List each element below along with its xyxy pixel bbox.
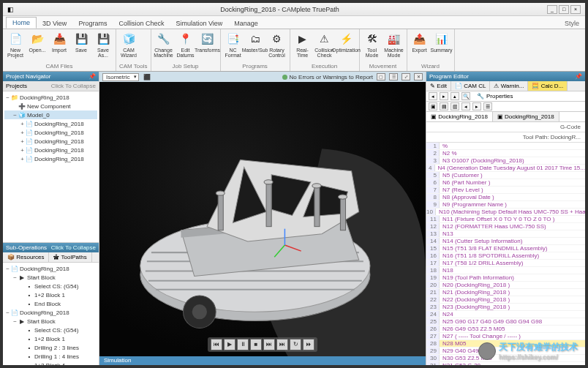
ed-btn-next[interactable]: ▸: [440, 92, 448, 100]
tree-node[interactable]: +📄DockingRing_2018: [4, 119, 97, 128]
tree-node[interactable]: •Select CS: (G54): [4, 326, 97, 334]
playback-step[interactable]: ⏭: [263, 339, 275, 350]
playback-end[interactable]: ⏭: [276, 339, 288, 350]
subops-tab-toolpaths[interactable]: 🛣 ToolPaths: [49, 252, 91, 262]
ribbon-transforms[interactable]: 🔄Transforms: [198, 31, 217, 62]
ed-btn-find[interactable]: 🔍: [461, 92, 470, 100]
ribbon-change-machine[interactable]: 🔧Change Machine: [154, 31, 173, 62]
ribbon-tool-mode[interactable]: 🛠Tool Mode: [363, 31, 382, 62]
code-line[interactable]: 10N10 (Machining Setup Default Haas UMC-…: [426, 209, 585, 216]
ribbon-tab-3d-view[interactable]: 3D View: [37, 18, 72, 29]
viewport-btn-1[interactable]: ▢: [377, 73, 385, 80]
panel-pin-icon-2[interactable]: 📌: [575, 73, 582, 80]
ribbon-real-time[interactable]: ▶Real-Time: [293, 31, 312, 62]
viewport-tool-icon[interactable]: ⬛: [143, 74, 151, 80]
code-line[interactable]: 3N3 O1007 (DockingRing_2018): [426, 157, 585, 165]
tree-node[interactable]: −🧊Model_0: [4, 110, 97, 119]
ribbon-save[interactable]: 💾Save: [72, 31, 91, 62]
minimize-button[interactable]: _: [547, 5, 557, 14]
code-line[interactable]: 23N23 (DockingRing_2018 ): [426, 304, 585, 311]
ed2-btn-2[interactable]: ▤: [440, 102, 448, 110]
ribbon-open-[interactable]: 📂Open...: [28, 31, 47, 62]
code-line[interactable]: 25N25 G90 G17 G40 G49 G80 G94 G98: [426, 318, 585, 326]
tree-node[interactable]: •Drilling 2 : 3 lines: [4, 343, 97, 352]
ribbon-save-as-[interactable]: 💾Save As...: [94, 31, 113, 62]
expand-icon[interactable]: −: [12, 274, 18, 281]
code-line[interactable]: 21N21 (DockingRing_2018 ): [426, 289, 585, 296]
expand-icon[interactable]: −: [12, 318, 18, 325]
program-editor-header[interactable]: Program Editor 📌: [426, 72, 585, 81]
close-button[interactable]: ×: [570, 5, 581, 14]
code-line[interactable]: 8N8 (Approval Date ): [426, 194, 585, 201]
tree-node[interactable]: +📄DockingRing_2018: [4, 137, 97, 146]
3d-viewport[interactable]: ⏮ ▶ ⏸ ■ ⏭ ⏭ ↻ ⏩︎: [99, 82, 426, 356]
simulation-footer[interactable]: Simulation: [99, 356, 426, 365]
subops-tab-resources[interactable]: 📦 Resources: [3, 252, 49, 262]
ed-properties-label[interactable]: Properties: [486, 93, 513, 99]
code-line[interactable]: 19N19 (Tool Path Information): [426, 274, 585, 282]
code-line[interactable]: 6N6 (Part Number ): [426, 179, 585, 187]
viewport-btn-4[interactable]: ✕: [414, 73, 423, 80]
viewport-btn-3[interactable]: ⤢: [402, 73, 410, 80]
code-line[interactable]: 16N16 (T51 1/8 SPOTDRILL Assembly): [426, 252, 585, 260]
tree-node[interactable]: •Drilling 1 : 4 lines: [4, 352, 97, 361]
ed2-btn-4[interactable]: ◂: [461, 102, 470, 110]
tree-node[interactable]: +📄DockingRing_2018: [4, 146, 97, 154]
tree-node[interactable]: −▶Start Block: [4, 317, 97, 326]
sub-operations-header[interactable]: Sub-Operations Click To Collapse: [3, 243, 99, 252]
expand-icon[interactable]: +: [19, 121, 26, 127]
tree-node[interactable]: +📄DockingRing_2018: [4, 128, 97, 137]
code-line[interactable]: 7N7 (Rev Level ): [426, 187, 585, 194]
code-line[interactable]: 17N17 (T58 1/2 DRILL Assembly): [426, 260, 585, 267]
ribbon-master-sub[interactable]: 🗂Master/Sub: [246, 31, 265, 62]
ed2-btn-3[interactable]: ▥: [451, 102, 459, 110]
expand-icon[interactable]: +: [19, 147, 26, 154]
code-line[interactable]: 5N5 (Customer ): [426, 172, 585, 179]
ed2-btn-6[interactable]: ☰: [483, 102, 492, 110]
ribbon-edit-datums[interactable]: 📍Edit Datums: [176, 31, 195, 62]
tree-node[interactable]: •1+2 Block 4: [4, 361, 97, 365]
code-line[interactable]: 13N13: [426, 230, 585, 238]
editor-tab-warnin-[interactable]: ⚠ Warnin...: [490, 81, 528, 91]
tree-node[interactable]: −▶Start Block: [4, 273, 97, 282]
code-line[interactable]: 1%: [426, 143, 585, 150]
tree-node[interactable]: ➕New Component: [4, 102, 97, 110]
playback-play[interactable]: ▶: [224, 339, 235, 350]
code-line[interactable]: 26N26 G49 G53 Z2.5 M05: [426, 326, 585, 333]
ed-properties-icon[interactable]: 🔧: [477, 93, 484, 99]
code-line[interactable]: 4N4 (Generation Date Tuesday August 01 2…: [426, 165, 585, 172]
code-line[interactable]: 14N14 (Cutter Setup Information): [426, 238, 585, 245]
expand-icon[interactable]: −: [4, 266, 11, 272]
playback-stop[interactable]: ■: [250, 339, 262, 350]
code-listing[interactable]: 1%2N2 %3N3 O1007 (DockingRing_2018)4N4 (…: [426, 143, 585, 365]
file-tab[interactable]: ▣ DockingRing_2018: [426, 112, 493, 121]
tree-node[interactable]: •Select CS: (G54): [4, 282, 97, 290]
file-tab[interactable]: ▣ DockingRing_2018: [493, 112, 559, 121]
code-line[interactable]: 15N15 (T51 3/8 FLAT ENDMILL Assembly): [426, 245, 585, 252]
ribbon-optimization[interactable]: ⚡Optimization: [337, 31, 356, 62]
ribbon-machine-mode[interactable]: 🏭Machine Mode: [385, 31, 404, 62]
ribbon-cam-wizard[interactable]: 🧊CAM Wizard: [119, 31, 138, 62]
code-line[interactable]: 31N31 G53 G-30.: [426, 362, 585, 365]
code-line[interactable]: 27N27 ( ----- Tool Change / ----- ): [426, 333, 585, 340]
code-line[interactable]: 12N12 (FORMATTER Haas UMC-750 SS): [426, 223, 585, 230]
maximize-button[interactable]: □: [559, 5, 569, 14]
sub-operations-tree[interactable]: −📄DockingRing_2018−▶Start Block•Select C…: [3, 263, 99, 365]
ed2-btn-1[interactable]: ▣: [429, 102, 437, 110]
code-line[interactable]: 11N11 (Fixture Offset X 0 TO Y 0 TO Z 0 …: [426, 216, 585, 223]
playback-start[interactable]: ⏮: [211, 339, 222, 350]
tree-node[interactable]: −📄DockingRing_2018: [4, 308, 97, 317]
view-mode-dropdown[interactable]: Isometric: [102, 73, 139, 81]
code-line[interactable]: 18N18: [426, 267, 585, 274]
expand-icon[interactable]: +: [19, 138, 26, 145]
editor-tab-cam-cl[interactable]: 📄 CAM CL: [451, 81, 490, 91]
expand-icon[interactable]: −: [12, 112, 18, 119]
projects-sub-header[interactable]: Projects Click To Collapse: [3, 81, 99, 91]
ribbon-rotary-control[interactable]: ⚙Rotary Control: [268, 31, 287, 62]
playback-speed[interactable]: ⏩︎: [303, 339, 314, 350]
viewport-btn-2[interactable]: ☰: [389, 73, 398, 80]
ribbon-tab-simulation-view[interactable]: Simulation View: [170, 18, 228, 29]
ribbon-export[interactable]: 📤Export: [410, 31, 429, 62]
project-navigator-header[interactable]: Project Navigator 📌: [3, 72, 99, 81]
ribbon-new-project[interactable]: 📄New Project: [6, 31, 25, 62]
